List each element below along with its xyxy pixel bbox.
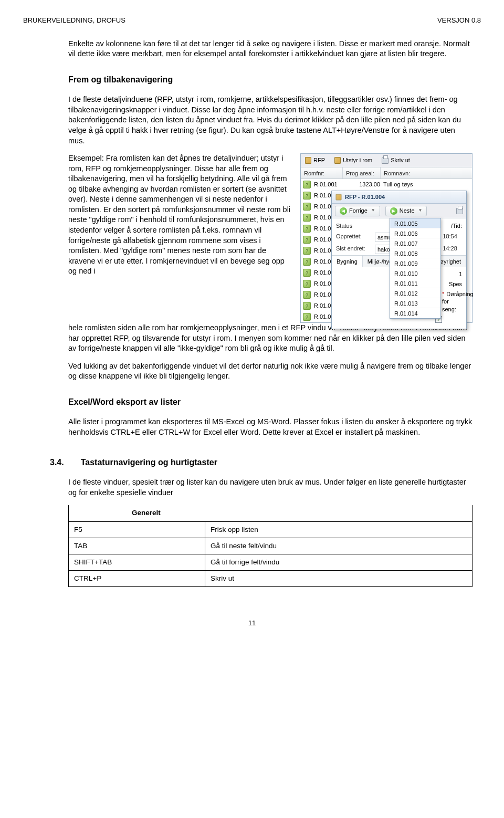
row-badge-icon: ? bbox=[303, 181, 311, 188]
paragraph-intro: Enkelte av kolonnene kan føre til at det… bbox=[68, 39, 472, 59]
toolbar-rfp-button[interactable]: RFP bbox=[305, 156, 325, 164]
col-romnavn[interactable]: Romnavn: bbox=[381, 167, 472, 179]
label-status: Status bbox=[336, 222, 375, 230]
shortcut-desc: Gå til neste felt/vindu bbox=[205, 538, 472, 554]
rfp-title-text: RFP - R.01.004 bbox=[345, 193, 385, 201]
rfp-nav: ◄ Forrige ▼ ► Neste ▼ R.0 bbox=[332, 204, 466, 218]
rfp-popup-window: RFP - R.01.004 ◄ Forrige ▼ ► bbox=[331, 191, 467, 329]
dropdown-item[interactable]: R.01.010 bbox=[390, 268, 440, 278]
next-label: Neste bbox=[400, 207, 415, 215]
dropdown-item[interactable]: R.01.008 bbox=[390, 248, 440, 258]
shortcut-desc: Skriv ut bbox=[205, 571, 472, 587]
row-badge-icon: ? bbox=[303, 236, 311, 244]
cell-romfnr: R.01.001 bbox=[314, 181, 346, 188]
chevron-down-icon[interactable]: ▼ bbox=[371, 208, 375, 214]
shortcut-row: SHIFT+TABGå til forrige felt/vindu bbox=[69, 554, 472, 570]
shortcut-row: TABGå til neste felt/vindu bbox=[69, 538, 472, 554]
toolbar-print-label: Skriv ut bbox=[391, 156, 410, 164]
next-button[interactable]: ► Neste ▼ bbox=[385, 206, 427, 216]
dropdown-item[interactable]: R.01.011 bbox=[390, 278, 440, 288]
rfp-question: *Døråpning for seng: bbox=[442, 290, 462, 314]
sheet-icon bbox=[334, 157, 341, 164]
section-title: Tastaturnavigering og hurtigtaster bbox=[81, 457, 217, 468]
toolbar-utstyr-label: Utstyr i rom bbox=[343, 156, 372, 164]
page-number: 11 bbox=[0, 618, 504, 628]
dropdown-item[interactable]: R.01.006 bbox=[390, 228, 440, 238]
header-right: VERSJON 0.8 bbox=[437, 16, 481, 25]
dropdown-item[interactable]: R.01.012 bbox=[390, 288, 440, 298]
rfp-titlebar: RFP - R.01.004 bbox=[332, 191, 466, 204]
rfp-right1: 1 bbox=[442, 270, 462, 278]
dropdown-item[interactable]: R.01.013 bbox=[390, 298, 440, 308]
row-badge-icon: ? bbox=[303, 225, 311, 233]
shortcut-desc: Frisk opp listen bbox=[205, 521, 472, 538]
label-opprettet: Opprettet: bbox=[336, 233, 375, 242]
chevron-down-icon[interactable]: ▼ bbox=[418, 208, 423, 214]
paragraph-example-a: Eksempel: Fra romlisten kan det åpnes tr… bbox=[68, 153, 293, 277]
dropdown-item[interactable]: R.01.007 bbox=[390, 238, 440, 248]
label-sistendret: Sist endret: bbox=[336, 245, 375, 254]
shortcut-desc: Gå til forrige felt/vindu bbox=[205, 554, 472, 570]
col-romfnr[interactable]: Romfnr: bbox=[301, 167, 343, 179]
cell-romnavn: Tull og tøys bbox=[383, 181, 472, 188]
row-badge-icon: ? bbox=[303, 269, 311, 277]
required-star-icon: * bbox=[442, 291, 444, 297]
section-number: 3.4. bbox=[50, 457, 64, 468]
shortcut-key: SHIFT+TAB bbox=[69, 554, 205, 570]
tab-bygning[interactable]: Bygning bbox=[332, 256, 363, 267]
shortcut-key: CTRL+P bbox=[69, 571, 205, 587]
header-left: BRUKERVEILEDNING, DROFUS bbox=[23, 16, 125, 25]
shortcuts-table: Generelt F5Frisk opp listenTABGå til nes… bbox=[68, 505, 472, 587]
row-badge-icon: ? bbox=[303, 203, 311, 211]
printer-icon[interactable] bbox=[456, 208, 463, 214]
paragraph-shortcuts: I de fleste vinduer, spesielt trær og li… bbox=[68, 477, 472, 498]
col-progareal[interactable]: Prog areal: bbox=[343, 167, 381, 179]
cell-areal: 1323,00 bbox=[346, 181, 383, 188]
arrow-right-icon: ► bbox=[390, 207, 397, 215]
room-rows: ?R.01.0011323,00Tull og tøys?R.01.00?R.0… bbox=[301, 179, 472, 322]
toolbar-rfp-label: RFP bbox=[313, 156, 325, 164]
row-badge-icon: ? bbox=[303, 313, 311, 321]
row-badge-icon: ? bbox=[303, 258, 311, 266]
toolbar-print-button[interactable]: Skriv ut bbox=[382, 156, 410, 164]
shortcut-row: CTRL+PSkriv ut bbox=[69, 571, 472, 587]
dropdown-item[interactable]: R.01.014 bbox=[390, 308, 440, 318]
column-headers: Romfnr: Prog areal: Romnavn: bbox=[301, 167, 472, 179]
paragraph-closing: Ved lukking av det bakenforliggende vind… bbox=[68, 361, 472, 382]
row-badge-icon: ? bbox=[303, 280, 311, 288]
row-badge-icon: ? bbox=[303, 302, 311, 310]
prev-button[interactable]: ◄ Forrige ▼ bbox=[335, 206, 380, 216]
toolbar-utstyr-button[interactable]: Utstyr i rom bbox=[334, 156, 372, 164]
shortcut-key: TAB bbox=[69, 538, 205, 554]
row-badge-icon: ? bbox=[303, 192, 311, 200]
shortcut-group-header: Generelt bbox=[69, 505, 472, 521]
screenshot-rfp: RFP Utstyr i rom Skriv ut Romfnr: bbox=[300, 153, 472, 323]
shortcut-key: F5 bbox=[69, 521, 205, 538]
screenshot-toolbar: RFP Utstyr i rom Skriv ut bbox=[301, 154, 472, 167]
heading-frem-tilbake: Frem og tilbakenavigering bbox=[68, 74, 472, 86]
table-row[interactable]: ?R.01.0011323,00Tull og tøys bbox=[301, 179, 472, 190]
next-dropdown: R.01.005R.01.006R.01.007R.01.008R.01.009… bbox=[390, 218, 441, 319]
rfp-right2: Spes bbox=[442, 280, 462, 288]
sheet-icon bbox=[336, 194, 342, 201]
dropdown-item[interactable]: R.01.009 bbox=[390, 258, 440, 268]
row-badge-icon: ? bbox=[303, 291, 311, 299]
paragraph-export: Alle lister i programmet kan eksporteres… bbox=[68, 417, 472, 437]
row-badge-icon: ? bbox=[303, 214, 311, 222]
printer-icon bbox=[382, 158, 388, 164]
dropdown-item[interactable]: R.01.005 bbox=[390, 218, 440, 228]
row-badge-icon: ? bbox=[303, 247, 311, 255]
arrow-left-icon: ◄ bbox=[340, 207, 347, 215]
prev-label: Forrige bbox=[349, 207, 368, 215]
paragraph-navigation: I de fleste detaljvinduene (RFP, utstyr … bbox=[68, 95, 472, 146]
heading-excel-word: Excel/Word eksport av lister bbox=[68, 396, 472, 408]
sheet-icon bbox=[305, 157, 311, 164]
shortcut-row: F5Frisk opp listen bbox=[69, 521, 472, 538]
